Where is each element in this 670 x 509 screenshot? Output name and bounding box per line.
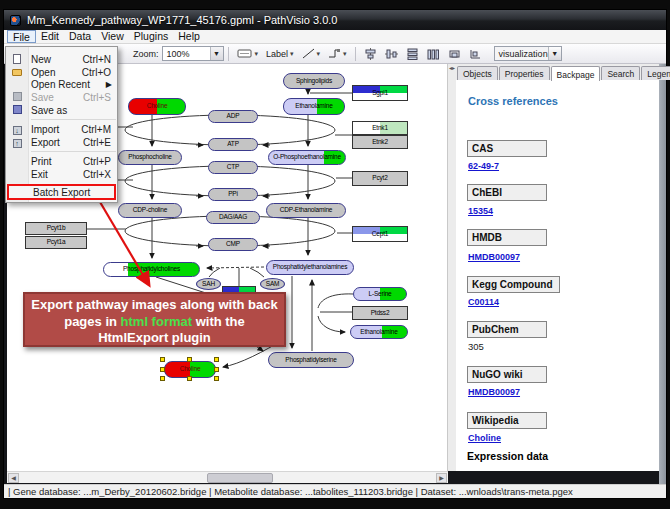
line-tool-button[interactable]: ▾ [298, 46, 325, 61]
link-chebi[interactable]: 15354 [468, 206, 493, 216]
add-label-button[interactable]: Label ▾ [262, 47, 298, 61]
align-middle-button[interactable] [381, 46, 402, 62]
node-ppi[interactable]: PPi [208, 188, 258, 201]
backpage-panel: Objects Properties Backpage Search Legen… [456, 64, 659, 471]
horizontal-scrollbar[interactable]: ◀ ▶ [7, 471, 448, 483]
node-cdp-choline[interactable]: CDP-choline [118, 203, 182, 218]
node-sah[interactable]: SAH [196, 278, 221, 290]
selection-handle[interactable] [160, 357, 165, 362]
tab-legend[interactable]: Legend [641, 66, 670, 80]
export-icon: ↑ [13, 139, 22, 148]
selection-handle[interactable] [214, 357, 219, 362]
selection-handle[interactable] [160, 376, 165, 381]
node-cdp-ethanolamine[interactable]: CDP-Ethanolamine [266, 203, 346, 218]
node-ethanolamine[interactable]: Ethanolamine [283, 98, 345, 115]
menu-view[interactable]: View [96, 30, 129, 43]
menu-item-label: Save as [27, 105, 111, 116]
menu-item-label: Export [27, 137, 83, 148]
node-o-phosphoethanolamine[interactable]: O-Phosphoethanolamine [268, 150, 346, 165]
menu-item-new[interactable]: New Ctrl+N [7, 53, 116, 66]
link-nugo[interactable]: HMDB00097 [468, 387, 520, 397]
section-header-hmdb: HMDB [467, 229, 547, 246]
node-atp[interactable]: ATP [208, 138, 258, 151]
node-label: ATP [227, 141, 239, 148]
node-label: L-Serine [369, 291, 392, 298]
menu-item-batch-export[interactable]: Batch Export [7, 184, 116, 200]
menu-item-open-recent[interactable]: Open Recent ▶ [7, 78, 116, 91]
node-cept1[interactable]: Cept1 [352, 226, 408, 242]
gene-node-icon [237, 48, 253, 59]
menu-item-save-as[interactable]: Save as [7, 104, 116, 117]
menu-separator [31, 119, 116, 120]
menu-item-import[interactable]: ↓ Import Ctrl+M [7, 123, 116, 136]
node-pcyt2[interactable]: Pcyt2 [352, 171, 408, 186]
chevron-down-icon[interactable]: ▼ [548, 47, 561, 60]
node-label: DAG/AAG [219, 214, 247, 221]
menu-item-export[interactable]: ↑ Export Ctrl+E [7, 136, 116, 149]
menu-edit[interactable]: Edit [36, 30, 64, 43]
scrollbar-thumb[interactable] [207, 473, 273, 483]
node-sphingolipids[interactable]: Sphingolipids [283, 73, 345, 89]
node-pcyt1b[interactable]: Pcyt1b [25, 222, 87, 235]
cross-references-heading: Cross references [468, 95, 558, 107]
node-phosphatidylethanolamines[interactable]: Phosphatidylethanolamines [266, 260, 354, 275]
tab-properties[interactable]: Properties [499, 66, 550, 80]
link-kegg[interactable]: C00114 [468, 297, 499, 307]
menu-item-save[interactable]: Save Ctrl+S [7, 91, 116, 104]
visualization-combo[interactable]: visualization ▼ [494, 46, 562, 61]
zoom-combo[interactable]: 100% ▼ [162, 46, 224, 61]
menu-file[interactable]: File [7, 30, 36, 43]
node-label: Cept1 [372, 231, 388, 238]
link-cas[interactable]: 62-49-7 [468, 161, 499, 171]
link-hmdb[interactable]: HMDB00097 [468, 252, 520, 262]
scroll-left-icon[interactable]: ◀ [8, 473, 19, 483]
node-phosphatidylcholines[interactable]: Phosphatidylcholines [103, 262, 200, 277]
tab-objects[interactable]: Objects [457, 66, 498, 80]
node-phosphatidylserine[interactable]: Phosphatidylserine [268, 352, 354, 368]
menu-item-print[interactable]: Print Ctrl+P [7, 155, 116, 168]
selection-handle[interactable] [187, 376, 192, 381]
node-etnk2[interactable]: Etnk2 [352, 135, 408, 149]
tab-backpage[interactable]: Backpage [551, 66, 601, 81]
node-sgpl1[interactable]: Sgpl1 [352, 85, 408, 101]
title-bar[interactable]: Mm_Kennedy_pathway_WP1771_45176.gpml - P… [4, 10, 666, 30]
selection-handle[interactable] [187, 357, 192, 362]
elbow-connector-icon [328, 48, 341, 59]
node-adp[interactable]: ADP [208, 110, 258, 123]
node-cmp[interactable]: CMP [208, 238, 258, 251]
panel-splitter[interactable]: ◂▸ [448, 64, 456, 471]
connector-tool-button[interactable]: ▾ [324, 46, 351, 61]
menu-item-label: Save [27, 92, 83, 103]
node-ethanolamine-2[interactable]: Ethanolamine [350, 325, 408, 339]
selection-handle[interactable] [214, 376, 219, 381]
node-ctp[interactable]: CTP [208, 161, 258, 174]
menu-item-open[interactable]: Open Ctrl+O [7, 66, 116, 79]
common-bounds-button[interactable] [444, 46, 465, 62]
scroll-right-icon[interactable]: ▶ [436, 473, 447, 483]
add-datanode-button[interactable]: ▾ [233, 46, 263, 61]
node-ptdss2[interactable]: Ptdss2 [352, 306, 408, 320]
tab-search[interactable]: Search [601, 66, 640, 80]
node-etnk1[interactable]: Etnk1 [352, 121, 408, 135]
node-l-serine[interactable]: L-Serine [353, 287, 407, 301]
node-pcyt1a[interactable]: Pcyt1a [25, 236, 87, 249]
align-center-button[interactable] [360, 46, 381, 62]
menu-item-exit[interactable]: Exit Ctrl+X [7, 168, 116, 181]
chevron-down-icon[interactable]: ▼ [210, 47, 223, 60]
node-dag-aag[interactable]: DAG/AAG [206, 211, 260, 224]
node-label: Phosphatidylcholines [123, 266, 180, 273]
node-sam[interactable]: SAM [260, 278, 285, 290]
menu-data[interactable]: Data [64, 30, 96, 43]
node-choline[interactable]: Choline [128, 98, 186, 115]
distribute-horizontal-button[interactable] [423, 46, 444, 62]
node-phosphocholine[interactable]: Phosphocholine [118, 150, 182, 165]
node-label: Sphingolipids [296, 78, 332, 85]
distribute-vertical-button[interactable] [402, 46, 423, 62]
menu-plugins[interactable]: Plugins [129, 30, 173, 43]
selection-handle[interactable] [160, 367, 165, 372]
link-wikipedia[interactable]: Choline [468, 433, 501, 443]
group-button[interactable] [465, 46, 486, 62]
selection-handle[interactable] [214, 367, 219, 372]
group-icon [469, 48, 482, 60]
menu-help[interactable]: Help [173, 30, 205, 43]
